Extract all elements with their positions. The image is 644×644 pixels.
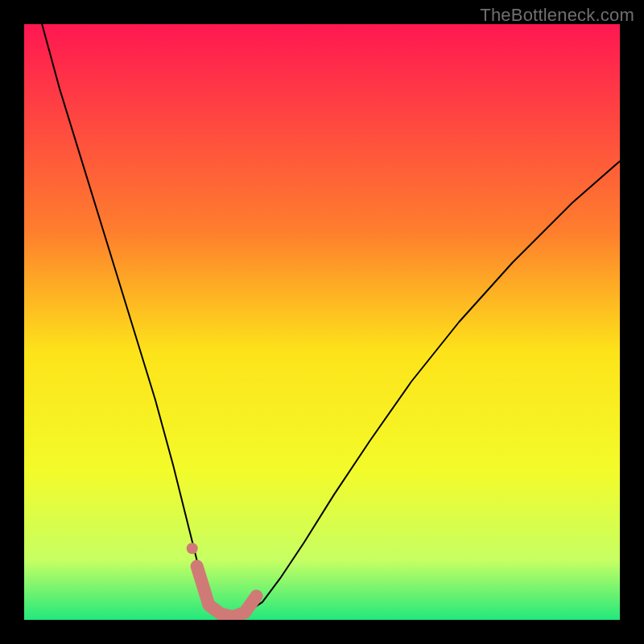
gradient-background bbox=[24, 24, 620, 620]
plot-area bbox=[24, 24, 620, 620]
chart-svg bbox=[24, 24, 620, 620]
chart-frame: TheBottleneck.com bbox=[0, 0, 644, 644]
watermark-text: TheBottleneck.com bbox=[480, 5, 634, 26]
highlight-dot bbox=[187, 543, 198, 554]
